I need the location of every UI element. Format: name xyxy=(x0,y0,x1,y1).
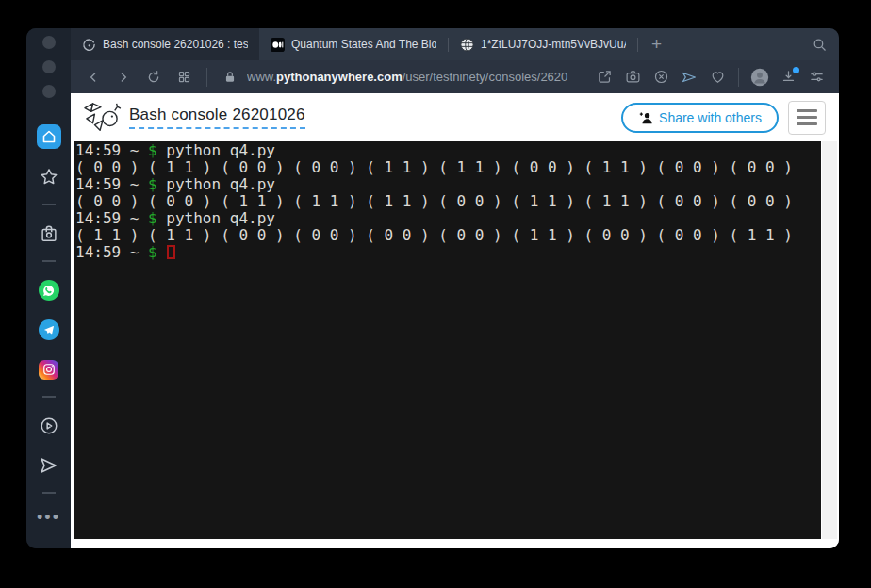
share-button-label: Share with others xyxy=(659,110,762,125)
terminal-line: 14:59 ~ $ python q4.py xyxy=(75,176,819,193)
terminal-cursor xyxy=(167,245,175,259)
whatsapp-icon xyxy=(39,280,59,301)
send-icon xyxy=(38,454,60,477)
bash-terminal[interactable]: 14:59 ~ $ python q4.py( 0 0 ) ( 1 1 ) ( … xyxy=(74,141,821,539)
tab-bash-console[interactable]: Bash console 26201026 : testni xyxy=(71,28,259,60)
pythonanywhere-logo xyxy=(82,101,122,135)
window-zoom-button[interactable] xyxy=(42,85,56,98)
blocker-icon[interactable] xyxy=(648,65,674,90)
browser-window: ••• Bash console 26201026 : testni Quant… xyxy=(26,28,839,548)
url-path: /user/testninety/consoles/2620 xyxy=(403,70,568,84)
search-icon xyxy=(812,37,828,53)
terminal-line: 14:59 ~ $ python q4.py xyxy=(75,142,819,159)
share-with-others-button[interactable]: Share with others xyxy=(621,103,779,133)
more-ellipsis-icon[interactable]: ••• xyxy=(37,513,60,522)
sidebar-send-button[interactable] xyxy=(38,454,60,477)
scrollbar[interactable] xyxy=(822,141,837,539)
telegram-icon xyxy=(39,319,59,340)
sidebar-favorites-button[interactable] xyxy=(38,166,60,188)
share-edit-icon[interactable] xyxy=(591,65,617,90)
sliders-icon[interactable] xyxy=(803,65,830,90)
lock-icon[interactable] xyxy=(217,65,243,90)
terminal-line: ( 1 1 ) ( 1 1 ) ( 0 0 ) ( 0 0 ) ( 0 0 ) … xyxy=(75,227,819,244)
medium-favicon xyxy=(271,38,285,52)
browser-sidebar: ••• xyxy=(26,28,71,548)
browser-main: Bash console 26201026 : testni Quantum S… xyxy=(71,28,839,548)
sidebar-divider xyxy=(42,396,56,398)
sidebar-divider xyxy=(42,260,56,262)
shopping-bag-icon xyxy=(39,223,59,244)
urlbar-divider xyxy=(206,68,207,87)
sidebar-instagram-button[interactable] xyxy=(38,358,60,381)
tab-title: Bash console 26201026 : testni xyxy=(103,38,248,51)
instagram-icon xyxy=(39,360,58,380)
play-circle-icon xyxy=(39,416,59,436)
tabbar-spacer xyxy=(675,28,800,60)
terminal-line: 14:59 ~ $ xyxy=(75,244,819,261)
sidebar-divider xyxy=(42,492,56,494)
pythonanywhere-page: Bash console 26201026 Share with others … xyxy=(71,93,839,548)
hamburger-icon xyxy=(797,109,817,112)
screenshot-camera-icon[interactable] xyxy=(619,65,646,90)
tab-title: 1*ZtLUJ7OJJ-mtn5VvBJvUuA.p xyxy=(481,38,626,51)
tab-bar: Bash console 26201026 : testni Quantum S… xyxy=(71,28,839,60)
page-footer xyxy=(71,539,839,548)
address-field[interactable]: www.pythonanywhere.com/user/testninety/c… xyxy=(247,70,587,84)
sidebar-divider xyxy=(42,204,56,205)
add-person-icon xyxy=(638,111,653,124)
back-button[interactable] xyxy=(80,65,107,90)
sidebar-video-button[interactable] xyxy=(38,415,60,437)
urlbar-actions xyxy=(591,65,830,90)
url-domain: pythonanywhere.com xyxy=(276,70,403,84)
tab-image-file[interactable]: 1*ZtLUJ7OJJ-mtn5VvBJvUuA.p xyxy=(449,28,637,60)
sidebar-shopping-button[interactable] xyxy=(38,222,60,245)
prompt-dollar: $ xyxy=(148,209,157,227)
tiles-button[interactable] xyxy=(171,65,197,90)
url-bar: www.pythonanywhere.com/user/testninety/c… xyxy=(71,60,839,93)
tab-quantum-states[interactable]: Quantum States And The Bloch xyxy=(259,28,448,60)
tab-title: Quantum States And The Bloch xyxy=(291,38,436,51)
pythonanywhere-favicon xyxy=(82,38,96,52)
reload-button[interactable] xyxy=(140,65,167,90)
send-plane-icon[interactable] xyxy=(676,65,702,90)
prompt-dollar: $ xyxy=(148,243,157,261)
url-prefix: www. xyxy=(247,70,276,84)
tab-search-button[interactable] xyxy=(800,28,839,60)
menu-button[interactable] xyxy=(788,101,826,135)
forward-button[interactable] xyxy=(110,65,137,90)
globe-favicon xyxy=(460,38,474,52)
prompt-dollar: $ xyxy=(148,175,157,193)
new-tab-button[interactable]: + xyxy=(638,28,675,60)
urlbar-divider xyxy=(738,68,739,87)
console-area: 14:59 ~ $ python q4.py( 0 0 ) ( 1 1 ) ( … xyxy=(71,141,839,539)
download-notification-dot xyxy=(793,67,799,74)
sidebar-whatsapp-button[interactable] xyxy=(38,279,60,302)
page-title: Bash console 26201026 xyxy=(129,106,305,129)
window-close-button[interactable] xyxy=(42,36,56,49)
heart-icon[interactable] xyxy=(704,65,731,90)
prompt-dollar: $ xyxy=(148,141,157,159)
terminal-line: 14:59 ~ $ python q4.py xyxy=(75,210,819,227)
terminal-line: ( 0 0 ) ( 1 1 ) ( 0 0 ) ( 0 0 ) ( 1 1 ) … xyxy=(75,159,819,176)
home-icon xyxy=(41,129,57,144)
download-button[interactable] xyxy=(775,65,801,90)
terminal-line: ( 0 0 ) ( 0 0 ) ( 1 1 ) ( 1 1 ) ( 1 1 ) … xyxy=(75,193,819,210)
favorites-star-icon xyxy=(39,167,59,188)
page-header: Bash console 26201026 Share with others xyxy=(71,93,839,141)
window-minimize-button[interactable] xyxy=(42,60,56,74)
sidebar-home-button[interactable] xyxy=(37,124,61,149)
sidebar-telegram-button[interactable] xyxy=(38,318,60,341)
avatar[interactable] xyxy=(747,65,773,90)
